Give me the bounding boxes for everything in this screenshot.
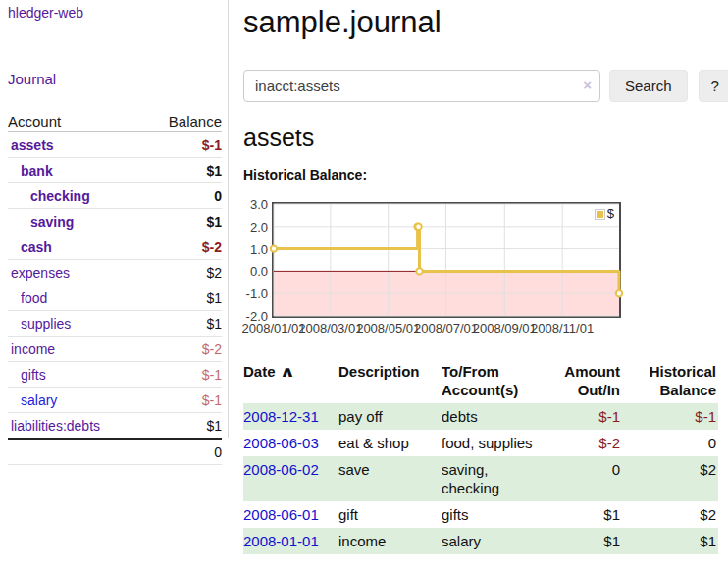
transaction-accounts: food, supplies [442, 430, 549, 456]
transaction-row: 2008-06-03eat & shopfood, supplies$-20 [243, 430, 718, 456]
transaction-amount: $-2 [549, 430, 628, 456]
account-row: cash$-2 [8, 234, 222, 260]
transaction-row: 2008-01-01incomesalary$1$1 [243, 528, 718, 554]
account-row: income$-2 [8, 337, 222, 362]
sidebar-nav: Journal [8, 71, 222, 87]
column-header-date[interactable]: Date∧ [243, 360, 338, 403]
y-tick-label: 0.0 [250, 264, 268, 279]
account-balance: 0 [214, 188, 222, 204]
y-tick-label: 2.0 [250, 219, 268, 234]
y-tick-label: 3.0 [250, 197, 268, 212]
search-input[interactable] [243, 70, 600, 102]
transaction-description: income [338, 528, 442, 554]
account-link-income[interactable]: income [8, 341, 55, 357]
accounts-list: assets$-1bank$1checking0saving$1cash$-2e… [8, 132, 222, 438]
x-tick-label: 2008/05/01 [356, 321, 420, 336]
column-header-amount: Amount Out/In [549, 360, 628, 403]
account-balance: $-1 [202, 137, 222, 153]
account-row: liabilities:debts$1 [8, 413, 222, 438]
accounts-panel: Account Balance assets$-1bank$1checking0… [8, 106, 222, 465]
account-link-supplies[interactable]: supplies [8, 316, 71, 332]
account-link-checking[interactable]: checking [8, 188, 90, 204]
chart-canvas[interactable] [274, 204, 619, 316]
account-balance: $1 [206, 214, 222, 230]
account-link-food[interactable]: food [8, 290, 47, 306]
transaction-accounts: salary [442, 528, 549, 554]
data-point-marker[interactable] [616, 290, 622, 296]
x-tick-label: 2008/07/01 [414, 321, 478, 336]
account-link-saving[interactable]: saving [8, 214, 74, 230]
account-balance: $-1 [202, 367, 222, 383]
transaction-amount: $1 [549, 501, 628, 528]
help-button[interactable]: ? [699, 70, 728, 102]
transaction-date-link[interactable]: 2008-06-02 [243, 461, 319, 478]
account-link-liabilities-debts[interactable]: liabilities:debts [8, 418, 100, 434]
account-heading: assets [243, 123, 728, 152]
account-row: supplies$1 [8, 311, 222, 337]
x-tick-label: 2008/11/01 [531, 321, 594, 336]
data-point-marker[interactable] [271, 245, 277, 251]
account-row: bank$1 [8, 158, 222, 183]
transaction-balance: 0 [628, 430, 718, 456]
account-balance: $1 [206, 418, 222, 434]
data-point-marker[interactable] [415, 224, 421, 230]
transaction-date-link[interactable]: 2008-06-01 [243, 506, 319, 523]
account-balance: $-2 [202, 239, 222, 255]
data-point-marker[interactable] [416, 268, 422, 274]
x-tick-label: 2008/03/01 [298, 321, 362, 336]
transaction-date-link[interactable]: 2008-01-01 [243, 533, 319, 549]
account-balance: $-1 [202, 392, 222, 408]
transaction-description: gift [338, 501, 442, 528]
chart-label: Historical Balance: [243, 167, 728, 182]
account-row: gifts$-1 [8, 362, 222, 388]
account-link-assets[interactable]: assets [8, 137, 54, 153]
column-header-balance: Historical Balance [628, 360, 718, 403]
x-tick-label: 2008/01/01 [241, 321, 305, 336]
accounts-total-row: 0 [8, 438, 222, 465]
app-window: hledger-web Journal Account Balance asse… [0, 0, 728, 554]
transaction-balance: $1 [628, 528, 718, 554]
sidebar: hledger-web Journal Account Balance asse… [0, 0, 229, 438]
transaction-accounts: gifts [442, 501, 549, 528]
transaction-row: 2008-06-02savesaving, checking0$2 [243, 456, 718, 501]
account-balance: $-2 [202, 341, 222, 357]
accounts-total-value: 0 [214, 444, 222, 460]
page-title: sample.journal [243, 2, 728, 43]
account-row: expenses$2 [8, 260, 222, 286]
account-row: saving$1 [8, 209, 222, 234]
transaction-date-link[interactable]: 2008-12-31 [243, 408, 319, 425]
transaction-description: eat & shop [338, 430, 442, 456]
chart-plot-area[interactable]: $ [272, 202, 621, 318]
transaction-balance: $-1 [628, 403, 718, 430]
column-header-description: Description [338, 360, 442, 403]
account-balance: $1 [206, 163, 222, 179]
account-row: checking0 [8, 183, 222, 209]
transaction-date-link[interactable]: 2008-06-03 [243, 435, 319, 451]
account-link-cash[interactable]: cash [8, 239, 52, 255]
historical-balance-chart: 3.02.01.00.0-1.0-2.0 $ 2008/01/012008/03… [243, 202, 728, 339]
transaction-description: save [338, 456, 442, 501]
y-tick-label: 1.0 [250, 241, 268, 256]
accounts-header-account: Account [8, 113, 61, 130]
clear-search-icon[interactable]: × [583, 77, 592, 94]
account-link-salary[interactable]: salary [8, 392, 57, 408]
register-table: Date∧ Description To/From Account(s) Amo… [243, 360, 718, 554]
chart-x-axis-labels: 2008/01/012008/03/012008/05/012008/07/01… [274, 321, 619, 337]
brand-link[interactable]: hledger-web [8, 5, 83, 21]
account-link-expenses[interactable]: expenses [8, 265, 70, 281]
sidebar-item-journal[interactable]: Journal [8, 71, 56, 87]
account-link-gifts[interactable]: gifts [8, 367, 46, 383]
account-row: salary$-1 [8, 388, 222, 413]
transaction-row: 2008-06-01giftgifts$1$2 [243, 501, 718, 528]
transaction-balance: $2 [628, 456, 718, 501]
account-link-bank[interactable]: bank [8, 163, 53, 179]
main-content: sample.journal × Search ? assets Histori… [229, 0, 728, 554]
transaction-amount: 0 [549, 456, 628, 501]
transaction-balance: $2 [628, 501, 718, 528]
search-button[interactable]: Search [609, 70, 688, 102]
transaction-description: pay off [338, 403, 442, 430]
account-row: assets$-1 [8, 132, 222, 158]
register-header-row: Date∧ Description To/From Account(s) Amo… [243, 360, 718, 403]
account-balance: $1 [206, 316, 222, 332]
brand: hledger-web [8, 5, 222, 21]
